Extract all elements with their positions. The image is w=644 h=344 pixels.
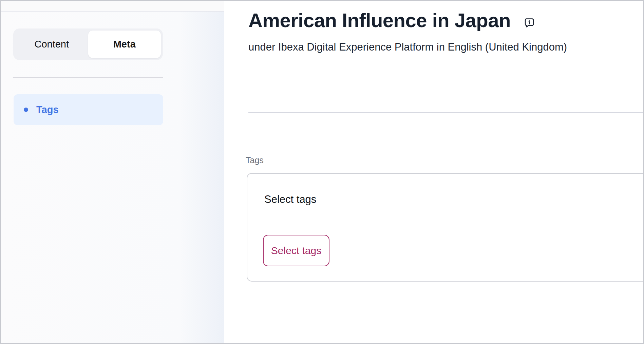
tab-content[interactable]: Content [15,31,88,58]
sidebar-divider [13,77,163,78]
sidebar-item-label: Tags [36,104,59,115]
tags-field-box: Select tags Select tags [247,173,644,282]
main-content: American Influence in Japan under Ibexa … [224,1,643,343]
content-divider [248,112,644,113]
sidebar-top-strip [1,1,224,12]
content-meta-tab-switcher: Content Meta [13,28,163,60]
tags-field-label: Tags [246,155,264,165]
active-dot-icon [24,108,28,112]
info-bubble-icon[interactable] [524,17,535,29]
page-subtitle: under Ibexa Digital Experience Platform … [248,40,567,54]
tab-meta[interactable]: Meta [88,31,161,58]
tags-placeholder-text: Select tags [264,193,316,206]
edit-sidebar: Content Meta Tags [1,1,224,343]
page-title: American Influence in Japan [248,10,511,31]
select-tags-button[interactable]: Select tags [263,235,329,266]
sidebar-item-tags[interactable]: Tags [14,94,163,125]
